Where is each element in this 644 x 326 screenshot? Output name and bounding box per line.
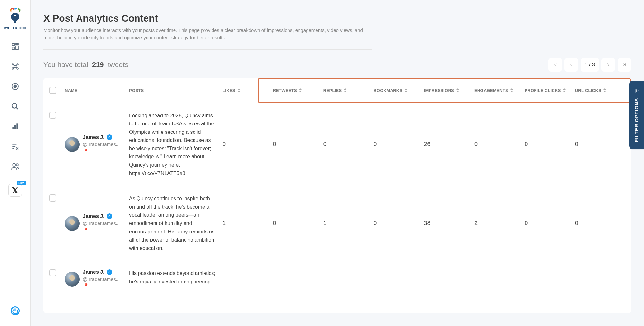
svg-line-13: [16, 65, 17, 66]
logo-icon: [7, 8, 23, 24]
svg-point-17: [14, 85, 17, 88]
svg-rect-22: [16, 123, 18, 129]
avatar[interactable]: [65, 272, 80, 287]
col-impressions: IMPRESSIONS: [424, 88, 474, 93]
network-icon[interactable]: [11, 62, 20, 71]
user-name: James J.: [83, 269, 105, 275]
table-row: James J. ✓ @TraderJamesJ 📍 Looking ahead…: [43, 103, 631, 186]
svg-point-18: [12, 103, 17, 108]
nav-menu: NEW: [8, 42, 22, 197]
svg-point-11: [17, 68, 18, 69]
power-button[interactable]: [10, 305, 21, 316]
sort-replies[interactable]: [344, 88, 347, 92]
svg-rect-5: [16, 46, 18, 50]
next-page-button[interactable]: [601, 58, 615, 72]
verified-icon: ✓: [107, 213, 112, 219]
table-row: James J. ✓ @TraderJamesJ 📍 His passion e…: [43, 261, 631, 298]
user-handle: @TraderJamesJ: [83, 142, 118, 147]
svg-rect-4: [16, 43, 18, 44]
user-cell: James J. ✓ @TraderJamesJ 📍: [65, 134, 129, 154]
row-checkbox[interactable]: [49, 112, 56, 119]
filter-icon: [634, 88, 639, 94]
svg-point-28: [13, 163, 15, 166]
sort-engagements[interactable]: [510, 88, 513, 92]
logo[interactable]: TWITTER TOOL: [3, 8, 27, 30]
cell-url-clicks: 0: [575, 220, 625, 227]
svg-line-12: [13, 65, 14, 66]
last-page-button[interactable]: [618, 58, 631, 72]
svg-rect-3: [12, 43, 14, 46]
cell-engagements: 0: [474, 141, 525, 148]
table-header: NAME POSTS LIKES RETWEETS REPLIES BOOKMA…: [43, 78, 631, 103]
avatar[interactable]: [65, 137, 80, 152]
avatar[interactable]: [65, 216, 80, 231]
new-badge: NEW: [17, 181, 26, 185]
svg-point-7: [14, 65, 16, 68]
prev-page-button[interactable]: [564, 58, 578, 72]
summary-row: You have total 219 tweets 1 / 3: [43, 58, 631, 72]
page-title: X Post Analytics Content: [43, 13, 631, 24]
row-checkbox[interactable]: [49, 194, 56, 202]
col-engagements: ENGAGEMENTS: [474, 88, 525, 93]
sort-profile-clicks[interactable]: [563, 88, 566, 92]
filter-options-tab[interactable]: FILTER OPTIONS: [629, 81, 644, 149]
users-icon[interactable]: [11, 162, 20, 171]
svg-line-14: [13, 67, 14, 68]
cell-likes: 1: [223, 220, 273, 227]
svg-rect-2: [14, 21, 16, 23]
svg-point-10: [12, 68, 13, 69]
x-platform-button[interactable]: NEW: [8, 184, 22, 197]
pagination: 1 / 3: [548, 58, 631, 72]
table-body: James J. ✓ @TraderJamesJ 📍 Looking ahead…: [43, 103, 631, 313]
table-row: James J. ✓ @TraderJamesJ 📍 As Quincy con…: [43, 186, 631, 261]
cell-retweets: 0: [273, 141, 323, 148]
analytics-table: NAME POSTS LIKES RETWEETS REPLIES BOOKMA…: [43, 78, 631, 313]
user-name: James J.: [83, 213, 105, 219]
target-icon[interactable]: [11, 82, 20, 91]
svg-point-29: [16, 164, 18, 166]
col-profile-clicks: PROFILE CLICKS: [525, 88, 575, 93]
cell-replies: 0: [323, 141, 374, 148]
main-content: X Post Analytics Content Monitor how you…: [31, 0, 644, 326]
first-page-button[interactable]: [548, 58, 562, 72]
sort-bookmarks[interactable]: [404, 88, 408, 92]
sort-retweets[interactable]: [299, 88, 302, 92]
dashboard-icon[interactable]: [11, 42, 20, 51]
user-handle: @TraderJamesJ: [83, 276, 118, 282]
page-subtitle: Monitor how your audience interacts with…: [43, 26, 372, 50]
cell-profile-clicks: 0: [525, 141, 575, 148]
row-checkbox[interactable]: [49, 269, 56, 276]
sort-url-clicks[interactable]: [603, 88, 606, 92]
list-remove-icon[interactable]: [11, 142, 20, 151]
cell-bookmarks: 0: [374, 141, 424, 148]
post-text: As Quincy continues to inspire both on a…: [129, 194, 223, 252]
sort-impressions[interactable]: [456, 88, 459, 92]
svg-point-0: [11, 13, 19, 21]
svg-point-9: [17, 64, 18, 65]
col-url-clicks: URL CLICKS: [575, 88, 625, 93]
page-indicator: 1 / 3: [581, 58, 599, 72]
analytics-icon[interactable]: [11, 122, 20, 131]
col-name: NAME: [65, 88, 129, 93]
col-replies: REPLIES: [323, 88, 374, 93]
logo-text: TWITTER TOOL: [3, 26, 27, 30]
sort-likes[interactable]: [237, 88, 241, 92]
user-cell: James J. ✓ @TraderJamesJ 📍: [65, 213, 129, 233]
tweet-count-summary: You have total 219 tweets: [43, 61, 128, 69]
svg-rect-6: [12, 47, 14, 50]
user-cell: James J. ✓ @TraderJamesJ 📍: [65, 269, 129, 289]
cell-retweets: 0: [273, 220, 323, 227]
svg-point-8: [12, 64, 13, 65]
svg-line-19: [16, 107, 18, 109]
select-all-checkbox[interactable]: [49, 87, 56, 94]
cell-impressions: 26: [424, 141, 474, 148]
user-handle: @TraderJamesJ: [83, 221, 118, 226]
search-icon[interactable]: [11, 102, 20, 111]
col-likes: LIKES: [223, 88, 273, 93]
svg-point-1: [14, 15, 16, 16]
user-name: James J.: [83, 134, 105, 140]
cell-url-clicks: 0: [575, 141, 625, 148]
geo-pin-icon: 📍: [83, 227, 118, 233]
cell-impressions: 38: [424, 220, 474, 227]
verified-icon: ✓: [107, 134, 112, 140]
